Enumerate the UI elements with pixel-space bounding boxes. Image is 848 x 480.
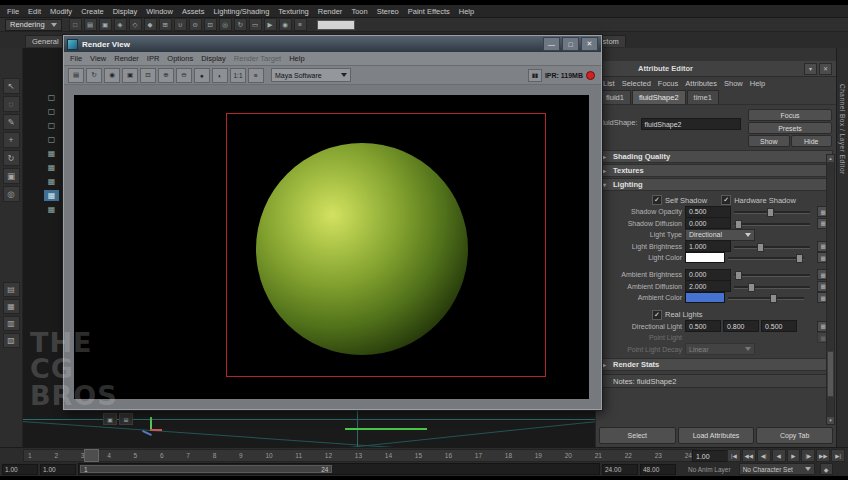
menu-item[interactable]: Window [146,7,173,16]
render-region-marquee[interactable] [226,113,546,377]
render-view-menu-item[interactable]: Options [167,54,193,63]
section-shading-quality[interactable]: Shading Quality [599,150,833,163]
ambient-color-slider[interactable] [728,293,804,302]
snapshot-icon[interactable]: ▣ [122,68,138,83]
playback-end-field[interactable]: 24.00 [602,464,638,475]
minimize-button[interactable]: — [543,37,560,51]
render-view-titlebar[interactable]: Render View —□✕ [64,36,601,52]
light-color-swatch[interactable] [685,252,725,263]
snap-grid-icon[interactable]: ⊞ [159,18,172,31]
open-image-icon[interactable]: ▤ [68,68,84,83]
scrollbar-thumb[interactable] [827,351,834,397]
current-frame-indicator[interactable] [84,449,99,462]
attribute-editor-menu-item[interactable]: List [603,79,615,88]
directional-light-x-field[interactable]: 0.500 [685,320,721,332]
hardware-shadow-checkbox[interactable] [721,195,731,205]
outliner-object-icon[interactable]: ▦ [44,162,59,173]
time-slider-ticks[interactable]: 123456789101112131415161718192021222324 [23,449,697,462]
focus-button[interactable]: Focus [748,109,832,121]
light-brightness-slider[interactable] [734,242,810,251]
rgb-channels-icon[interactable]: ● [194,68,210,83]
section-textures[interactable]: Textures [599,164,833,177]
render-view-menu-item[interactable]: Render Target [234,54,281,63]
render-canvas[interactable] [74,95,589,399]
presets-button[interactable]: Presets [748,122,832,134]
snap-point-icon[interactable]: ⊙ [189,18,202,31]
hide-button[interactable]: Hide [791,135,833,147]
ambient-brightness-slider[interactable] [734,270,810,279]
ambient-color-swatch[interactable] [685,292,725,303]
remove-image-icon[interactable]: ⊖ [176,68,192,83]
ipr-redo-icon[interactable]: ◉ [104,68,120,83]
last-tool-icon[interactable]: ◎ [3,186,20,202]
render-current-frame-icon[interactable]: ▶ [264,18,277,31]
menu-item[interactable]: Lighting/Shading [213,7,269,16]
section-lighting[interactable]: Lighting [599,178,833,191]
shadow-opacity-field[interactable]: 0.500 [685,206,731,218]
redo-previous-render-icon[interactable]: ↻ [86,68,102,83]
menu-item[interactable]: Create [81,7,104,16]
outliner-object-icon[interactable]: ▢ [44,134,59,145]
character-set-dropdown[interactable]: No Character Set [739,463,815,475]
select-tool-icon[interactable]: ↖ [3,78,20,94]
maximize-button[interactable]: □ [562,37,579,51]
load-attributes-button[interactable]: Load Attributes [678,427,755,444]
current-frame-field[interactable]: 1.00 [692,450,730,462]
outliner-object-icon[interactable]: ▢ [44,92,59,103]
attribute-editor-menu-item[interactable]: Focus [658,79,678,88]
select-hierarchy-icon[interactable]: ◈ [114,18,127,31]
directional-light-y-field[interactable]: 0.800 [723,320,759,332]
auto-keyframe-icon[interactable]: ◆ [820,463,833,475]
real-lights-checkbox[interactable] [652,310,662,320]
persp-outliner-layout-icon[interactable]: ▥ [3,316,20,331]
render-view-menu-item[interactable]: Help [289,54,304,63]
menu-item[interactable]: Texturing [278,7,308,16]
render-region-icon[interactable]: ⊡ [140,68,156,83]
scroll-down-icon[interactable]: ▼ [827,417,834,424]
rotate-tool-icon[interactable]: ↻ [3,150,20,166]
attribute-editor-menu-item[interactable]: Show [724,79,743,88]
render-view-menu-item[interactable]: View [90,54,106,63]
notes-bar[interactable]: Notes: fluidShape2 [599,374,833,388]
show-button[interactable]: Show [748,135,790,147]
construction-history-icon[interactable]: ↻ [234,18,247,31]
channel-box-layer-editor-tab[interactable]: Channel Box / Layer Editor [839,84,846,175]
new-scene-icon[interactable]: □ [69,18,82,31]
menu-item[interactable]: Render [318,7,343,16]
snap-curve-icon[interactable]: ∪ [174,18,187,31]
shelf-tab-general[interactable]: General [25,35,66,47]
playback-start-field[interactable]: 1.00 [40,464,76,475]
render-view-menu-item[interactable]: Display [201,54,226,63]
menu-item[interactable]: Help [459,7,474,16]
animation-start-field[interactable]: 1.00 [2,464,38,475]
outliner-object-icon[interactable]: ▦ [44,176,59,187]
close-button[interactable]: ✕ [581,37,598,51]
open-scene-icon[interactable]: ▤ [84,18,97,31]
single-pane-layout-icon[interactable]: ▤ [3,282,20,297]
shadow-diffusion-slider[interactable] [734,219,810,228]
select-object-icon[interactable]: ◇ [129,18,142,31]
render-settings-icon[interactable]: ≡ [294,18,307,31]
animation-end-field[interactable]: 48.00 [640,464,676,475]
ambient-diffusion-slider[interactable] [734,282,810,291]
go-to-start-button[interactable]: |◀ [727,449,741,462]
attribute-editor-tab[interactable]: fluid1 [599,90,631,104]
self-shadow-checkbox[interactable] [652,195,662,205]
pause-ipr-icon[interactable]: ▮▮ [528,69,542,82]
one-to-one-icon[interactable]: 1:1 [230,68,246,83]
go-to-end-button[interactable]: ▶| [831,449,845,462]
shadow-diffusion-field[interactable]: 0.000 [685,217,731,229]
quick-select-field[interactable] [317,20,355,30]
slider-handle[interactable] [767,208,774,217]
render-view-menu-item[interactable]: Render [114,54,139,63]
outliner-object-icon[interactable]: ▦ [44,204,59,215]
lasso-tool-icon[interactable]: ◌ [3,96,20,112]
attribute-editor-tab[interactable]: fluidShape2 [632,90,686,104]
ipr-render-icon[interactable]: ◉ [279,18,292,31]
node-name-field[interactable]: fluidShape2 [641,118,741,130]
keep-image-icon[interactable]: ⊕ [158,68,174,83]
select-component-icon[interactable]: ◆ [144,18,157,31]
slider-handle[interactable] [796,254,803,263]
hypershade-layout-icon[interactable]: ▧ [3,333,20,348]
outliner-object-icon[interactable]: ▦ [44,190,59,201]
